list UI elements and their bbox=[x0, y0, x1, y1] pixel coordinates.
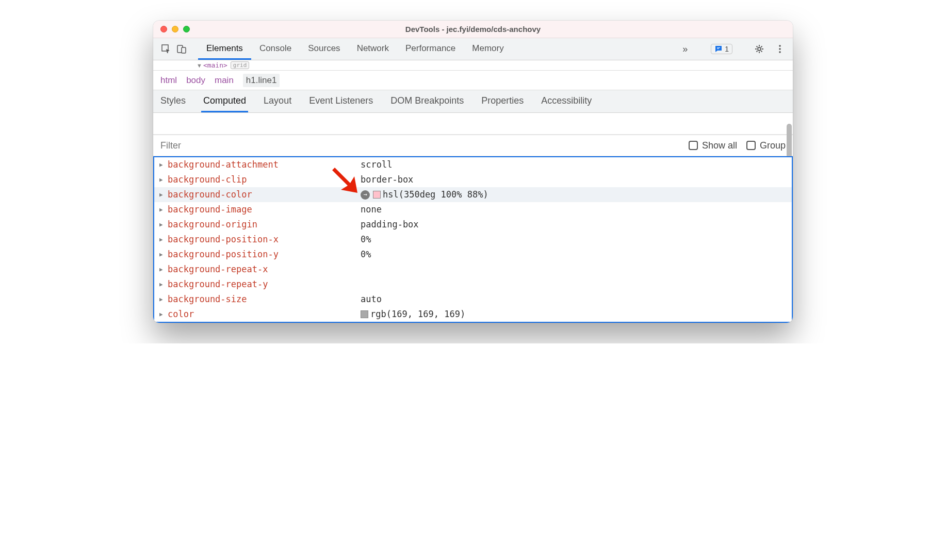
show-all-checkbox[interactable]: Show all bbox=[689, 140, 737, 151]
computed-row[interactable]: ▶background-originpadding-box bbox=[154, 217, 792, 232]
group-checkbox[interactable]: Group bbox=[746, 140, 786, 151]
expand-triangle-icon[interactable]: ▶ bbox=[159, 172, 166, 187]
computed-row[interactable]: ▶background-repeat-x bbox=[154, 262, 792, 277]
kebab-menu-icon[interactable] bbox=[772, 38, 788, 60]
subtab-accessibility[interactable]: Accessibility bbox=[539, 90, 594, 112]
property-name: ▶color bbox=[159, 307, 361, 322]
computed-row[interactable]: ▶background-imagenone bbox=[154, 202, 792, 217]
checkbox-icon bbox=[746, 141, 756, 150]
computed-row[interactable]: ▶background-clipborder-box bbox=[154, 172, 792, 187]
property-value[interactable]: auto bbox=[361, 292, 792, 307]
close-window-button[interactable] bbox=[160, 26, 167, 32]
breadcrumb-item[interactable]: main bbox=[215, 75, 234, 86]
sidebar-subtabs: StylesComputedLayoutEvent ListenersDOM B… bbox=[153, 90, 793, 113]
expand-triangle-icon[interactable]: ▶ bbox=[159, 202, 166, 217]
goto-source-icon[interactable]: → bbox=[361, 190, 370, 200]
window-title: DevTools - jec.fyi/demo/cds-anchovy bbox=[153, 25, 793, 34]
tab-elements[interactable]: Elements bbox=[198, 38, 251, 60]
subtab-layout[interactable]: Layout bbox=[262, 90, 293, 112]
svg-point-6 bbox=[779, 45, 781, 47]
caret-down-icon: ▼ bbox=[197, 62, 202, 69]
svg-rect-2 bbox=[182, 47, 186, 53]
breadcrumb-item[interactable]: html bbox=[160, 75, 177, 86]
expand-triangle-icon[interactable]: ▶ bbox=[159, 307, 166, 322]
subtab-properties[interactable]: Properties bbox=[479, 90, 526, 112]
main-toolbar: ElementsConsoleSourcesNetworkPerformance… bbox=[153, 38, 793, 60]
breadcrumb-item[interactable]: body bbox=[186, 75, 205, 86]
computed-row[interactable]: ▶background-position-x0% bbox=[154, 232, 792, 247]
group-label: Group bbox=[760, 140, 786, 151]
expand-triangle-icon[interactable]: ▶ bbox=[159, 187, 166, 202]
property-value[interactable]: padding-box bbox=[361, 217, 792, 232]
svg-point-7 bbox=[779, 48, 781, 50]
property-name: ▶background-size bbox=[159, 292, 361, 307]
tab-console[interactable]: Console bbox=[251, 38, 300, 60]
show-all-label: Show all bbox=[702, 140, 737, 151]
property-value[interactable]: 0% bbox=[361, 232, 792, 247]
property-value[interactable]: scroll bbox=[361, 157, 792, 172]
property-name: ▶background-origin bbox=[159, 217, 361, 232]
subtab-computed[interactable]: Computed bbox=[201, 90, 248, 112]
expand-triangle-icon[interactable]: ▶ bbox=[159, 232, 166, 247]
expand-triangle-icon[interactable]: ▶ bbox=[159, 217, 166, 232]
main-tabs: ElementsConsoleSourcesNetworkPerformance… bbox=[198, 38, 512, 60]
tab-performance[interactable]: Performance bbox=[397, 38, 464, 60]
property-name: ▶background-position-y bbox=[159, 247, 361, 262]
property-value[interactable]: →hsl(350deg 100% 88%) bbox=[361, 187, 792, 202]
property-name: ▶background-repeat-x bbox=[159, 262, 361, 277]
svg-point-5 bbox=[758, 47, 761, 51]
minimize-window-button[interactable] bbox=[172, 26, 178, 32]
property-value[interactable]: none bbox=[361, 202, 792, 217]
expand-triangle-icon[interactable]: ▶ bbox=[159, 277, 166, 292]
filter-row: Show all Group bbox=[153, 135, 793, 156]
checkbox-icon bbox=[689, 141, 698, 150]
filter-input[interactable] bbox=[160, 140, 679, 151]
elements-dom-strip[interactable]: ▼ <main> grid bbox=[153, 60, 793, 71]
property-name: ▶background-image bbox=[159, 202, 361, 217]
expand-triangle-icon[interactable]: ▶ bbox=[159, 292, 166, 307]
subtab-styles[interactable]: Styles bbox=[158, 90, 188, 112]
computed-row[interactable]: ▶background-position-y0% bbox=[154, 247, 792, 262]
color-swatch-icon[interactable] bbox=[361, 310, 368, 318]
message-icon bbox=[714, 45, 723, 53]
property-name: ▶background-repeat-y bbox=[159, 277, 361, 292]
tab-network[interactable]: Network bbox=[349, 38, 397, 60]
subtab-event-listeners[interactable]: Event Listeners bbox=[307, 90, 375, 112]
settings-gear-icon[interactable] bbox=[752, 38, 767, 60]
tab-sources[interactable]: Sources bbox=[300, 38, 348, 60]
computed-properties-panel: ▶background-attachmentscroll▶background-… bbox=[153, 156, 793, 323]
property-value[interactable] bbox=[361, 277, 792, 292]
computed-row[interactable]: ▶background-sizeauto bbox=[154, 292, 792, 307]
inspect-element-icon[interactable] bbox=[158, 38, 174, 60]
issue-count: 1 bbox=[725, 45, 729, 53]
property-value[interactable]: border-box bbox=[361, 172, 792, 187]
grid-badge[interactable]: grid bbox=[231, 61, 250, 69]
svg-point-8 bbox=[779, 51, 781, 53]
property-value[interactable]: 0% bbox=[361, 247, 792, 262]
expand-triangle-icon[interactable]: ▶ bbox=[159, 157, 166, 172]
property-value[interactable]: rgb(169, 169, 169) bbox=[361, 307, 792, 322]
svg-rect-4 bbox=[717, 48, 719, 49]
device-toolbar-icon[interactable] bbox=[174, 38, 189, 60]
tab-memory[interactable]: Memory bbox=[464, 38, 512, 60]
computed-row[interactable]: ▶background-attachmentscroll bbox=[154, 157, 792, 172]
more-tabs-icon[interactable]: » bbox=[678, 44, 692, 55]
computed-row[interactable]: ▶colorrgb(169, 169, 169) bbox=[154, 307, 792, 322]
expand-triangle-icon[interactable]: ▶ bbox=[159, 247, 166, 262]
computed-row[interactable]: ▶background-repeat-y bbox=[154, 277, 792, 292]
breadcrumb: htmlbodymainh1.line1 bbox=[153, 71, 793, 90]
computed-boxmodel-placeholder bbox=[153, 113, 793, 135]
property-value[interactable] bbox=[361, 262, 792, 277]
maximize-window-button[interactable] bbox=[183, 26, 190, 32]
breadcrumb-item[interactable]: h1.line1 bbox=[243, 74, 280, 87]
annotation-arrow-icon bbox=[330, 165, 361, 196]
expand-triangle-icon[interactable]: ▶ bbox=[159, 262, 166, 277]
traffic-lights bbox=[160, 26, 190, 32]
computed-row[interactable]: ▶background-color→hsl(350deg 100% 88%) bbox=[154, 187, 792, 202]
dom-tag: <main> bbox=[203, 61, 227, 69]
titlebar: DevTools - jec.fyi/demo/cds-anchovy bbox=[153, 21, 793, 38]
issues-badge[interactable]: 1 bbox=[711, 44, 732, 54]
color-swatch-icon[interactable] bbox=[373, 191, 381, 199]
subtab-dom-breakpoints[interactable]: DOM Breakpoints bbox=[388, 90, 466, 112]
devtools-window: DevTools - jec.fyi/demo/cds-anchovy Elem… bbox=[153, 21, 793, 323]
